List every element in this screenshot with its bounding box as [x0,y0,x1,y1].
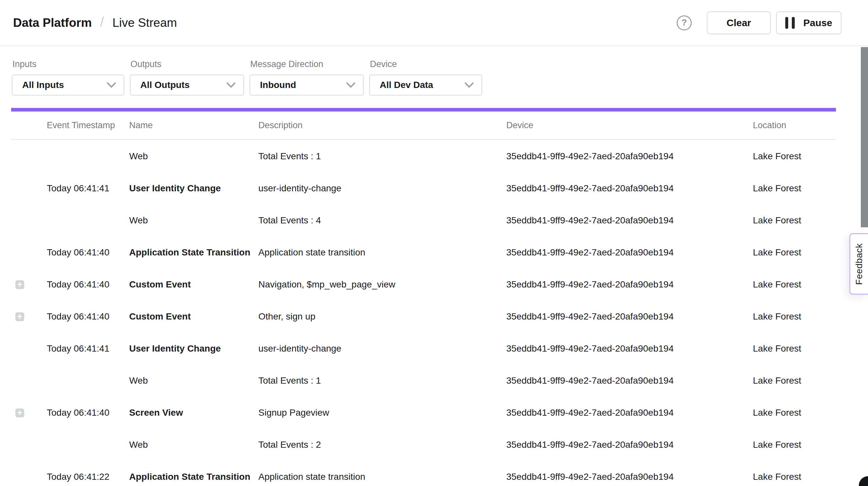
event-location: Lake Forest [753,407,836,418]
filter-label-message-direction: Message Direction [250,59,364,69]
event-location: Lake Forest [753,215,836,226]
message-direction-dropdown[interactable]: Inbound [250,74,364,95]
clear-button-label: Clear [726,17,751,28]
table-row[interactable]: Today 06:41:41User Identity Changeuser-i… [11,172,836,204]
event-description: Total Events : 4 [258,215,506,226]
event-name: Custom Event [129,311,258,322]
expand-cell: + [11,408,47,417]
filter-group-outputs: Outputs All Outputs [130,46,244,95]
event-timestamp: Today 06:41:40 [47,311,129,322]
inputs-dropdown-value: All Inputs [22,80,64,90]
header-actions: ? Clear Pause [677,11,841,34]
event-timestamp: Today 06:41:40 [47,407,129,418]
table-row[interactable]: WebTotal Events : 135eddb41-9ff9-49e2-7a… [11,365,836,397]
event-name: Application State Transition [129,247,258,258]
event-name: Web [129,151,258,161]
event-device: 35eddb41-9ff9-49e2-7aed-20afa90eb194 [506,279,753,290]
event-description: user-identity-change [258,183,506,193]
feedback-tab[interactable]: Feedback [849,233,868,295]
event-description: Signup Pageview [258,407,506,418]
filter-bar: Inputs All Inputs Outputs All Outputs Me… [12,46,488,95]
event-description: Application state transition [258,472,506,482]
event-location: Lake Forest [753,311,836,322]
table-row[interactable]: +Today 06:41:40Screen ViewSignup Pagevie… [11,397,836,429]
event-device: 35eddb41-9ff9-49e2-7aed-20afa90eb194 [506,183,753,193]
table-row[interactable]: WebTotal Events : 135eddb41-9ff9-49e2-7a… [11,140,836,172]
event-name: Screen View [129,407,258,418]
event-name: User Identity Change [129,183,258,193]
event-timestamp: Today 06:41:41 [47,183,129,193]
event-timestamp: Today 06:41:40 [47,247,129,258]
outputs-dropdown[interactable]: All Outputs [130,74,244,95]
expand-row-icon[interactable]: + [16,408,24,417]
vertical-scrollbar-thumb[interactable] [861,47,868,227]
table-row[interactable]: Today 06:41:41User Identity Changeuser-i… [11,333,836,365]
event-location: Lake Forest [753,439,836,450]
event-timestamp: Today 06:41:22 [47,472,129,482]
event-device: 35eddb41-9ff9-49e2-7aed-20afa90eb194 [506,311,753,322]
message-direction-dropdown-value: Inbound [260,80,296,90]
event-description: Total Events : 2 [258,439,506,450]
event-description: Navigation, $mp_web_page_view [258,279,506,290]
filter-group-inputs: Inputs All Inputs [12,46,124,95]
event-name: Application State Transition [129,472,258,482]
page-title: Live Stream [113,16,177,30]
event-description: Application state transition [258,247,506,258]
clear-button[interactable]: Clear [707,11,771,34]
event-device: 35eddb41-9ff9-49e2-7aed-20afa90eb194 [506,375,753,386]
table-body: WebTotal Events : 135eddb41-9ff9-49e2-7a… [11,140,836,486]
event-description: user-identity-change [258,343,506,354]
expand-cell: + [11,312,47,321]
help-icon[interactable]: ? [677,16,692,30]
event-device: 35eddb41-9ff9-49e2-7aed-20afa90eb194 [506,407,753,418]
table-row[interactable]: +Today 06:41:40Custom EventNavigation, $… [11,269,836,301]
filter-group-message-direction: Message Direction Inbound [250,46,364,95]
app-header: Data Platform / Live Stream ? Clear Paus… [0,0,868,46]
table-row[interactable]: Today 06:41:40Application State Transiti… [11,237,836,269]
feedback-tab-label: Feedback [854,243,864,285]
column-header-location: Location [753,120,836,130]
event-device: 35eddb41-9ff9-49e2-7aed-20afa90eb194 [506,472,753,482]
column-header-device: Device [506,120,753,130]
pause-button-label: Pause [803,17,832,28]
stream-accent-bar [11,108,836,112]
corner-widget-button[interactable] [859,476,868,486]
chevron-down-icon [465,83,473,88]
table-row[interactable]: WebTotal Events : 235eddb41-9ff9-49e2-7a… [11,429,836,461]
event-description: Total Events : 1 [258,375,506,386]
expand-row-icon[interactable]: + [16,280,24,289]
chevron-down-icon [346,83,355,88]
filter-label-outputs: Outputs [130,59,244,69]
inputs-dropdown[interactable]: All Inputs [12,74,124,95]
event-device: 35eddb41-9ff9-49e2-7aed-20afa90eb194 [506,215,753,226]
event-location: Lake Forest [753,343,836,354]
event-device: 35eddb41-9ff9-49e2-7aed-20afa90eb194 [506,151,753,161]
chevron-down-icon [107,83,116,88]
event-device: 35eddb41-9ff9-49e2-7aed-20afa90eb194 [506,343,753,354]
table-row[interactable]: Today 06:41:22Application State Transiti… [11,461,836,486]
device-dropdown[interactable]: All Dev Data [369,74,482,95]
breadcrumb: Data Platform / Live Stream [13,16,177,30]
event-timestamp: Today 06:41:41 [47,343,129,354]
table-row[interactable]: +Today 06:41:40Custom EventOther, sign u… [11,301,836,333]
column-header-description: Description [258,120,506,130]
event-device: 35eddb41-9ff9-49e2-7aed-20afa90eb194 [506,439,753,450]
expand-cell: + [11,280,47,289]
expand-row-icon[interactable]: + [16,312,24,321]
pause-button[interactable]: Pause [776,11,841,34]
table-header: Event Timestamp Name Description Device … [11,112,836,140]
filter-label-device: Device [370,59,482,69]
filter-group-device: Device All Dev Data [369,46,482,95]
event-name: User Identity Change [129,343,258,354]
event-location: Lake Forest [753,472,836,482]
event-name: Web [129,439,258,450]
event-description: Other, sign up [258,311,506,322]
column-header-event-timestamp: Event Timestamp [47,120,129,130]
event-device: 35eddb41-9ff9-49e2-7aed-20afa90eb194 [506,247,753,258]
breadcrumb-data-platform[interactable]: Data Platform [13,16,92,30]
pause-icon [785,17,795,29]
table-row[interactable]: WebTotal Events : 435eddb41-9ff9-49e2-7a… [11,204,836,237]
breadcrumb-separator: / [100,15,104,29]
event-location: Lake Forest [753,247,836,258]
event-description: Total Events : 1 [258,151,506,161]
